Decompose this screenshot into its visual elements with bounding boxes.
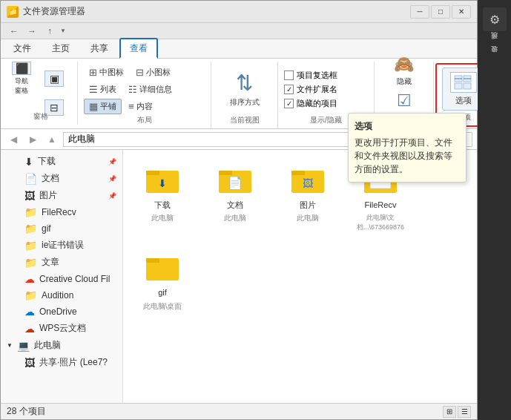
file-item-documents[interactable]: 📄 文档 此电脑 (202, 156, 268, 237)
sidebar-item-shared-photos[interactable]: 🖼 共享·照片 (Lee7? (1, 354, 122, 371)
medium-icons-icon: ⊞ (89, 67, 97, 78)
status-view-buttons: ⊞ ☰ (443, 406, 471, 418)
cc-icon: ☁ (24, 273, 35, 285)
medium-icons-button[interactable]: ⊞ 中图标 (84, 65, 129, 80)
ie-label: ie证书错误 (42, 239, 84, 252)
toolbar-dropdown[interactable]: ▼ (60, 27, 66, 34)
content-icon: ≡ (128, 101, 134, 112)
list-view-button[interactable]: ☰ (458, 406, 471, 418)
item-checkbox-label: 项目复选框 (297, 70, 337, 81)
status-bar: 28 个项目 ⊞ ☰ (1, 403, 477, 419)
checkbox-row-3: 隐藏的项目 (284, 98, 368, 109)
svg-text:🖼: 🖼 (303, 177, 313, 189)
svg-rect-7 (146, 171, 159, 175)
grid-view-button[interactable]: ⊞ (443, 406, 456, 418)
sidebar-item-downloads[interactable]: ⬇ 下载 📌 (1, 153, 122, 170)
sidebar-item-ie[interactable]: 📁 ie证书错误 (1, 237, 122, 254)
sidebar-item-documents[interactable]: 📄 文档 📌 (1, 170, 122, 187)
item-checkbox-check[interactable] (284, 70, 294, 80)
tooltip-text: 更改用于打开项目、文件和文件夹视图以及搜索等方面的设置。 (355, 136, 460, 176)
nav-forward-button[interactable]: ▶ (24, 132, 41, 147)
right-panel-icon[interactable]: ⚙ (483, 7, 507, 31)
sidebar: ⬇ 下载 📌 📄 文档 📌 🖼 图片 📌 📁 FileRecv 📁 gif (1, 150, 123, 403)
sidebar-item-onedrive[interactable]: ☁ OneDrive (1, 303, 122, 320)
sidebar-item-creative-cloud[interactable]: ☁ Creative Cloud Fil (1, 271, 122, 287)
documents-label: 文档 (42, 172, 59, 185)
file-explorer-window: 📁 文件资源管理器 ─ □ ✕ ← → ↑ ▼ 文件 主页 共享 查看 ⬛ (0, 0, 478, 420)
window-title: 文件资源管理器 (23, 5, 410, 18)
selected-icon: ☑ (397, 91, 412, 111)
sidebar-item-pictures[interactable]: 🖼 图片 📌 (1, 187, 122, 204)
filerecv-icon: 📁 (24, 206, 37, 218)
downloads-sub: 此电脑 (151, 213, 174, 223)
this-pc-icon: 💻 (17, 340, 30, 352)
wps-label: WPS云文档 (39, 322, 86, 335)
sort-button[interactable]: ⇅ 排序方式 (224, 68, 266, 110)
svg-text:📄: 📄 (228, 176, 243, 190)
onedrive-label: OneDrive (39, 306, 77, 317)
small-icons-button[interactable]: ⊟ 小图标 (131, 65, 176, 80)
tab-share[interactable]: 共享 (81, 39, 118, 58)
svg-rect-2 (455, 83, 462, 89)
minimize-button[interactable]: ─ (410, 5, 429, 19)
layout-group: ⊞ 中图标 ⊟ 小图标 ☰ 列表 ☷ 详细信息 (78, 62, 211, 128)
pictures-label: 图片 (39, 189, 57, 202)
address-bar[interactable] (63, 132, 366, 147)
tooltip-popup: 选项 更改用于打开项目、文件和文件夹视图以及搜索等方面的设置。 (348, 113, 467, 183)
back-button[interactable]: ← (7, 24, 22, 38)
file-item-pictures[interactable]: 🖼 图片 此电脑 (274, 156, 341, 237)
preview-pane-button[interactable]: ▣ (39, 65, 69, 93)
maximize-button[interactable]: □ (431, 5, 450, 19)
layout-row1: ⊞ 中图标 ⊟ 小图标 (84, 65, 205, 80)
sidebar-item-wps[interactable]: ☁ WPS云文档 (1, 320, 122, 337)
close-button[interactable]: ✕ (452, 5, 471, 19)
medium-icons-label: 中图标 (99, 67, 124, 78)
file-list: ⬇ 下载 此电脑 📄 文档 此 (123, 150, 477, 403)
preview-icon: ▣ (44, 70, 64, 87)
articles-label: 文章 (42, 256, 59, 269)
hidden-items-label: 隐藏的项目 (297, 98, 337, 109)
sidebar-item-audition[interactable]: 📁 Audition (1, 287, 122, 303)
this-pc-label: 此电脑 (34, 339, 61, 352)
details-button[interactable]: ☷ 详细信息 (123, 82, 177, 97)
gif-icon: 📁 (24, 223, 37, 234)
sidebar-item-this-pc[interactable]: ▼ 💻 此电脑 (1, 337, 122, 354)
onedrive-icon: ☁ (24, 306, 35, 318)
file-item-gif[interactable]: gif 此电脑\桌面 (129, 243, 196, 316)
nav-up-button[interactable]: ▲ (44, 132, 60, 147)
forward-button[interactable]: → (24, 24, 39, 38)
documents-pin: 📌 (108, 175, 116, 183)
file-ext-check[interactable] (284, 85, 294, 94)
content-label: 内容 (136, 101, 153, 112)
gif-label: gif (42, 223, 51, 234)
gif-folder-icon (145, 249, 180, 284)
wps-icon: ☁ (24, 323, 35, 335)
svg-rect-3 (464, 83, 471, 89)
hide-button[interactable]: 🙈 隐藏 (386, 54, 423, 88)
main-content: ⬇ 下载 📌 📄 文档 📌 🖼 图片 📌 📁 FileRecv 📁 gif (1, 150, 477, 403)
downloads-pin: 📌 (108, 158, 116, 165)
tab-home[interactable]: 主页 (42, 39, 79, 58)
tab-view[interactable]: 查看 (119, 38, 158, 59)
layout-group-label: 布局 (78, 115, 211, 125)
hide-label: 隐藏 (397, 76, 412, 87)
pictures-name: 图片 (300, 200, 316, 210)
file-item-downloads[interactable]: ⬇ 下载 此电脑 (129, 156, 196, 237)
list-button[interactable]: ☰ 列表 (84, 82, 122, 97)
hidden-items-check[interactable] (284, 99, 294, 108)
details-label: 详细信息 (139, 84, 172, 95)
svg-rect-10 (219, 171, 232, 175)
sidebar-item-articles[interactable]: 📁 文章 (1, 254, 122, 271)
ie-icon: 📁 (24, 240, 37, 252)
sidebar-item-filerecv[interactable]: 📁 FileRecv (1, 204, 122, 220)
content-button[interactable]: ≡ 内容 (123, 99, 158, 114)
svg-rect-21 (146, 258, 159, 263)
pictures-folder-icon: 🖼 (290, 161, 326, 197)
tiles-button[interactable]: ▦ 平铺 (84, 99, 122, 114)
up-button[interactable]: ↑ (42, 24, 57, 38)
nav-back-button[interactable]: ◀ (5, 132, 22, 147)
sidebar-item-gif[interactable]: 📁 gif (1, 220, 122, 237)
tab-file[interactable]: 文件 (4, 39, 41, 58)
navigation-pane-button[interactable]: ⬛ 导航窗格 (7, 65, 36, 93)
downloads-name: 下载 (154, 200, 171, 210)
